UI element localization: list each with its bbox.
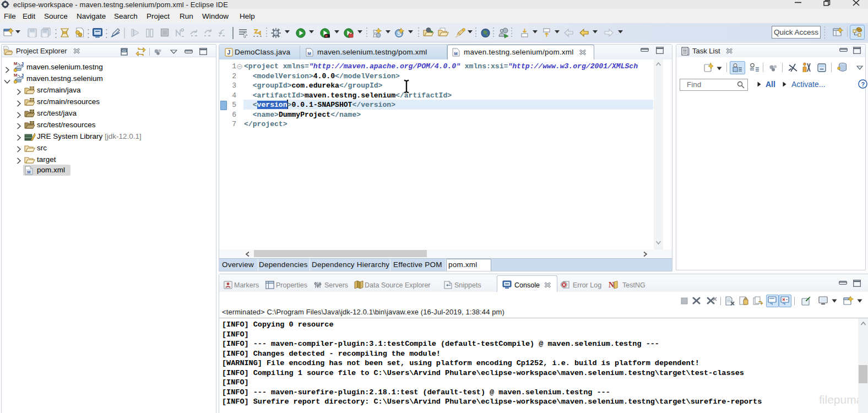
- svg-text:M: M: [308, 51, 311, 56]
- svg-text:N: N: [609, 281, 614, 289]
- svg-text:J: J: [227, 49, 231, 56]
- svg-text:?: ?: [861, 81, 865, 88]
- svg-text:M: M: [14, 73, 18, 78]
- svg-text:M: M: [454, 51, 458, 56]
- svg-text:M: M: [27, 170, 30, 175]
- svg-text:M: M: [14, 61, 18, 66]
